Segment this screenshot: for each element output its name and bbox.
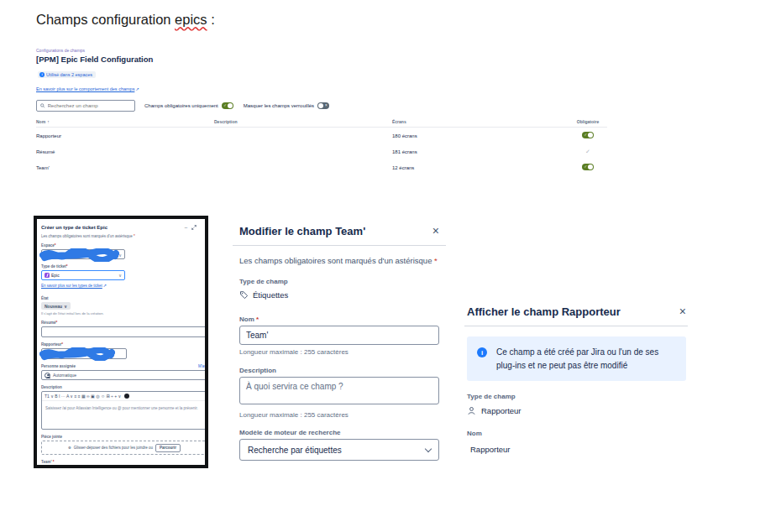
name-input[interactable] bbox=[239, 326, 439, 345]
description-helper: Longueur maximale : 255 caractères bbox=[239, 411, 439, 419]
chevron-down-icon: ∨ bbox=[118, 253, 122, 258]
assign-to-me-link[interactable]: M'as bbox=[198, 364, 207, 368]
team-select[interactable]: Sélectionner une étiquette ∨ bbox=[41, 466, 127, 468]
info-icon: i bbox=[39, 72, 45, 77]
usage-badge: i Utilisé dans 2 espaces bbox=[38, 71, 96, 78]
expand-icon[interactable] bbox=[191, 225, 197, 230]
external-link-icon: ↗ bbox=[135, 86, 139, 91]
search-template-select[interactable]: Recherche par étiquettes bbox=[239, 439, 439, 461]
summary-input[interactable] bbox=[41, 326, 207, 337]
browse-button[interactable]: Parcourir bbox=[155, 444, 181, 452]
required-toggle[interactable]: ✓ bbox=[582, 164, 594, 170]
chevron-down-icon: ∨ bbox=[64, 304, 67, 309]
name-value: Rapporteur bbox=[467, 445, 686, 454]
state-dropdown[interactable]: Nouveau∨ bbox=[41, 302, 71, 310]
field-screens: 12 écrans bbox=[392, 165, 569, 170]
chevron-down-icon: ∨ bbox=[118, 273, 122, 278]
editor-toolbar[interactable]: T1 ∨ B I ⋯ A ∨ ≡ ≡ ▦ ∞ ▣ ◎ ☺ ⊞ ÷ + ∨ bbox=[42, 392, 207, 401]
info-icon: i bbox=[477, 347, 487, 357]
check-icon: ✓ bbox=[223, 102, 227, 109]
asterisk: * bbox=[61, 342, 63, 347]
field-type-value: Étiquettes bbox=[253, 290, 288, 300]
reporter-input[interactable] bbox=[41, 348, 127, 359]
asterisk: * bbox=[66, 264, 68, 269]
field-name: Team' bbox=[36, 165, 214, 170]
field-name: Résumé bbox=[36, 149, 214, 154]
issue-types-link[interactable]: En savoir plus sur les types de ticket↗ bbox=[41, 283, 107, 288]
required-toggle[interactable]: ✓ bbox=[582, 132, 594, 138]
asterisk: * bbox=[56, 321, 58, 325]
issue-type-label: Type de ticket* bbox=[41, 264, 205, 269]
asterisk: * bbox=[134, 234, 135, 238]
info-banner: i Ce champ a été créé par Jira ou l'un d… bbox=[467, 336, 686, 381]
info-banner-text: Ce champ a été créé par Jira ou l'un de … bbox=[496, 346, 676, 372]
config-controls: Champs obligatoires uniquement ✓ Masquer… bbox=[36, 100, 607, 112]
learn-more-link[interactable]: En savoir plus sur le comportement des c… bbox=[36, 86, 139, 91]
assignee-select[interactable]: Automatique bbox=[41, 370, 207, 380]
required-only-toggle[interactable]: ✓ bbox=[222, 102, 233, 109]
search-field[interactable] bbox=[36, 100, 135, 112]
create-dialog-title: Créer un type de ticket Epic bbox=[41, 225, 107, 230]
attachment-label: Pièce jointe bbox=[41, 435, 205, 439]
locked-check-icon: ✓ bbox=[585, 149, 590, 154]
table-header-row: Nom↑ Description Écrans Obligatoire bbox=[36, 119, 607, 128]
avatar-icon bbox=[45, 373, 50, 378]
asterisk: * bbox=[256, 316, 259, 323]
description-editor[interactable]: T1 ∨ B I ⋯ A ∨ ≡ ≡ ▦ ∞ ▣ ◎ ☺ ⊞ ÷ + ∨ Sai… bbox=[41, 391, 207, 430]
description-label: Description bbox=[239, 367, 439, 374]
page-title-text: Champs configuration bbox=[36, 12, 175, 27]
table-row[interactable]: Team' 12 écrans ✓ bbox=[36, 159, 607, 175]
toggle-knob bbox=[228, 103, 233, 108]
check-icon: ✓ bbox=[584, 132, 588, 138]
issue-type-select[interactable]: Epic ∨ bbox=[41, 270, 125, 280]
breadcrumb[interactable]: Configurations de champs bbox=[36, 48, 607, 53]
sort-up-icon: ↑ bbox=[47, 119, 50, 124]
atlassian-intelligence-icon[interactable] bbox=[124, 394, 129, 399]
page-title: Champs configuration epics : bbox=[36, 12, 215, 28]
attachment-dropzone[interactable]: ⊕ Glisser-déposer des fichiers pour les … bbox=[41, 441, 207, 455]
asterisk: * bbox=[53, 460, 55, 464]
tag-icon bbox=[239, 290, 249, 300]
header-ecrans: Écrans bbox=[392, 119, 569, 124]
check-icon: ✓ bbox=[584, 164, 588, 170]
assignee-label: Personne assignée bbox=[41, 364, 76, 368]
chevron-down-icon bbox=[425, 445, 432, 451]
dropzone-text: Glisser-déposer des fichiers pour les jo… bbox=[74, 446, 153, 450]
edit-dialog-title: Modifier le champ Team' bbox=[239, 225, 365, 237]
table-row[interactable]: Rapporteur 180 écrans ✓ bbox=[36, 128, 607, 143]
person-icon bbox=[467, 406, 476, 415]
close-icon[interactable]: × bbox=[432, 225, 439, 237]
toolbar-icons[interactable]: T1 ∨ B I ⋯ A ∨ ≡ ≡ ▦ ∞ ▣ ◎ ☺ ⊞ ÷ + ∨ bbox=[45, 394, 121, 399]
field-type-label: Type de champ bbox=[239, 278, 439, 285]
summary-label: Résumé* bbox=[41, 321, 205, 325]
field-screens: 181 écrans bbox=[392, 149, 569, 154]
view-field-dialog: Afficher le champ Rapporteur × i Ce cham… bbox=[464, 300, 688, 454]
hide-locked-toggle[interactable]: × bbox=[317, 102, 329, 109]
search-template-value: Recherche par étiquettes bbox=[248, 446, 342, 455]
table-row[interactable]: Résumé 181 écrans ✓ bbox=[36, 143, 607, 159]
field-type-row: Étiquettes bbox=[239, 290, 439, 300]
close-icon[interactable]: × bbox=[679, 305, 686, 317]
name-label: Nom bbox=[467, 430, 686, 437]
page-title-colon: : bbox=[207, 12, 215, 27]
issue-type-value: Epic bbox=[51, 273, 60, 278]
description-textarea[interactable] bbox=[239, 377, 439, 404]
header-nom[interactable]: Nom↑ bbox=[36, 119, 214, 124]
hide-locked-label: Masquer les champs verrouillés bbox=[244, 103, 314, 108]
space-select[interactable]: ∨ bbox=[41, 249, 125, 259]
view-dialog-title: Afficher le champ Rapporteur bbox=[467, 305, 621, 318]
asterisk: * bbox=[55, 243, 56, 248]
redaction-scribble bbox=[39, 248, 119, 262]
external-link-icon: ↗ bbox=[103, 283, 107, 288]
search-input[interactable] bbox=[48, 103, 131, 108]
plus-icon: ⊕ bbox=[68, 446, 71, 450]
required-note: Les champs obligatoires sont marqués d'u… bbox=[239, 256, 439, 265]
asterisk: * bbox=[434, 256, 438, 265]
learn-more-label: En savoir plus sur le comportement des c… bbox=[36, 86, 134, 91]
epic-icon bbox=[45, 273, 50, 278]
description-label: Description bbox=[41, 385, 205, 389]
field-screens: 180 écrans bbox=[392, 133, 569, 138]
assignee-value: Automatique bbox=[53, 373, 76, 378]
toggle-knob bbox=[588, 164, 593, 170]
minimize-icon[interactable]: – bbox=[185, 225, 187, 230]
